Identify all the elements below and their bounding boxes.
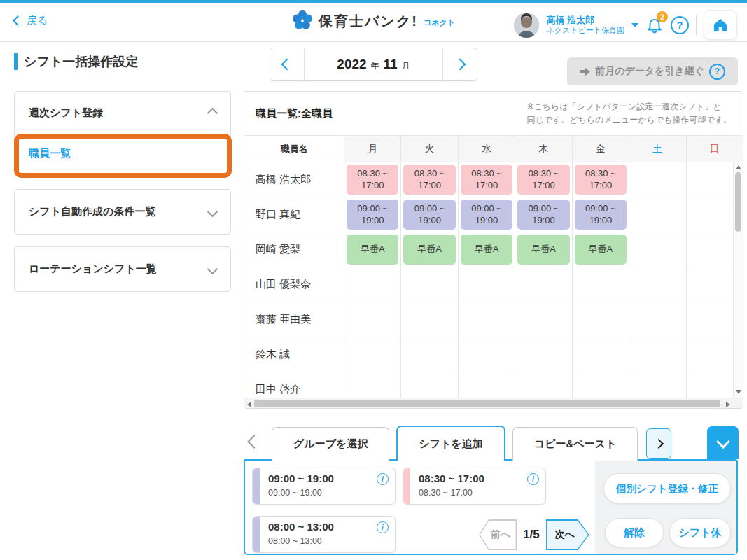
- tab-copy-paste[interactable]: コピー&ペースト: [512, 427, 638, 461]
- shift-chip-line2: 17:00: [532, 180, 555, 192]
- shift-chip[interactable]: 08:30 ~17:00: [575, 164, 627, 195]
- shift-chip[interactable]: 08:30 ~17:00: [461, 164, 512, 195]
- shift-pattern-card[interactable]: 09:00 ~ 19:00 09:00 ~ 19:00 i: [252, 468, 396, 505]
- shift-chip[interactable]: 09:00 ~19:00: [517, 200, 569, 230]
- tab-add-shift[interactable]: シフトを追加: [396, 426, 505, 461]
- help-button[interactable]: ?: [671, 16, 689, 34]
- shift-day-cell[interactable]: 09:00 ~19:00: [344, 197, 400, 232]
- info-icon[interactable]: i: [377, 522, 389, 533]
- sidebar-accordion-auto-shift-conditions[interactable]: シフト自動作成の条件一覧: [15, 190, 230, 234]
- shift-day-cell[interactable]: 08:30 ~17:00: [344, 162, 400, 197]
- previous-month-button[interactable]: [270, 48, 304, 80]
- shift-day-cell[interactable]: [629, 372, 685, 398]
- scroll-right-arrow-icon[interactable]: [726, 402, 730, 407]
- notifications-button[interactable]: 2: [645, 16, 664, 34]
- sidebar-accordion-rotation-shift[interactable]: ローテーションシフト一覧: [15, 247, 230, 291]
- shift-day-cell[interactable]: [344, 337, 400, 372]
- sidebar-accordion-weekly-shift[interactable]: 週次シフト登録: [15, 92, 230, 134]
- shift-rest-button[interactable]: シフト休: [669, 518, 731, 547]
- shift-day-cell[interactable]: 早番A: [400, 232, 457, 267]
- shift-day-cell[interactable]: 08:30 ~17:00: [515, 162, 571, 197]
- shift-chip[interactable]: 08:30 ~17:00: [403, 164, 455, 195]
- shift-day-cell[interactable]: [515, 302, 571, 337]
- shift-day-cell[interactable]: [400, 267, 457, 302]
- tab-select-group[interactable]: グループを選択: [272, 427, 389, 461]
- avatar[interactable]: [514, 13, 539, 38]
- shift-day-cell[interactable]: [515, 267, 571, 302]
- scroll-up-arrow-icon[interactable]: [736, 165, 741, 169]
- shift-day-cell[interactable]: [458, 302, 515, 337]
- scroll-left-arrow-icon[interactable]: [247, 402, 251, 407]
- sidebar-item-staff-list[interactable]: 職員一覧: [15, 134, 230, 172]
- tabs-scroll-right-button[interactable]: [646, 428, 671, 459]
- shift-chip[interactable]: 08:30 ~17:00: [347, 164, 398, 195]
- shift-day-cell[interactable]: 早番A: [344, 232, 400, 267]
- shift-day-cell[interactable]: [458, 337, 515, 372]
- shift-day-cell[interactable]: [572, 302, 629, 337]
- shift-day-cell[interactable]: 09:00 ~19:00: [572, 197, 629, 232]
- shift-day-cell[interactable]: [515, 337, 571, 372]
- previous-page-button[interactable]: 前へ: [479, 519, 517, 550]
- vertical-scrollbar[interactable]: [733, 162, 743, 398]
- release-button[interactable]: 解除: [605, 518, 664, 547]
- shift-day-cell[interactable]: [629, 232, 685, 267]
- carry-over-help-icon[interactable]: ?: [709, 64, 725, 80]
- shift-day-cell[interactable]: [629, 267, 685, 302]
- next-page-button[interactable]: 次へ: [546, 519, 589, 550]
- user-info[interactable]: 高橋 浩太郎 ネクストビート保育園: [546, 15, 624, 36]
- shift-day-cell[interactable]: [572, 267, 629, 302]
- shift-day-cell[interactable]: 09:00 ~19:00: [515, 197, 571, 232]
- shift-day-cell[interactable]: [515, 372, 571, 398]
- next-month-button[interactable]: [443, 48, 477, 80]
- shift-day-cell[interactable]: [344, 372, 400, 398]
- shift-day-cell[interactable]: 08:30 ~17:00: [572, 162, 629, 197]
- shift-chip[interactable]: 早番A: [403, 234, 455, 265]
- shift-pattern-card[interactable]: 08:30 ~ 17:00 08:30 ~ 17:00 i: [403, 468, 546, 505]
- shift-day-cell[interactable]: [400, 302, 457, 337]
- shift-day-cell[interactable]: 早番A: [572, 232, 629, 267]
- shift-day-cell[interactable]: 08:30 ~17:00: [458, 162, 515, 197]
- shift-day-cell[interactable]: [572, 337, 629, 372]
- info-icon[interactable]: i: [377, 473, 389, 485]
- shift-chip[interactable]: 08:30 ~17:00: [517, 164, 569, 195]
- shift-day-cell[interactable]: [629, 197, 685, 232]
- shift-day-cell[interactable]: [400, 337, 457, 372]
- individual-shift-edit-button[interactable]: 個別シフト登録・修正: [603, 473, 731, 504]
- shift-chip[interactable]: 09:00 ~19:00: [575, 200, 627, 230]
- carry-over-previous-month-button[interactable]: 前月のデータを引き継ぐ ?: [567, 57, 738, 85]
- shift-chip[interactable]: 早番A: [347, 234, 398, 265]
- shift-pagination: 前へ 1/5 次へ: [479, 519, 589, 550]
- shift-day-cell[interactable]: [344, 302, 400, 337]
- shift-pattern-card[interactable]: 08:00 ~ 13:00 08:00 ~ 13:00 i: [252, 516, 396, 553]
- shift-chip[interactable]: 早番A: [461, 234, 512, 265]
- horizontal-scrollbar-thumb[interactable]: [254, 400, 720, 407]
- shift-day-cell[interactable]: [572, 372, 629, 398]
- info-icon[interactable]: i: [527, 473, 539, 485]
- shift-chip[interactable]: 09:00 ~19:00: [461, 200, 512, 230]
- tabs-scroll-left-icon[interactable]: [247, 435, 261, 449]
- shift-chip[interactable]: 早番A: [575, 234, 627, 265]
- shift-day-cell[interactable]: [629, 162, 685, 197]
- shift-day-cell[interactable]: [458, 372, 515, 398]
- shift-day-cell[interactable]: [629, 337, 685, 372]
- shift-chip[interactable]: 09:00 ~19:00: [347, 200, 398, 230]
- shift-day-cell[interactable]: 08:30 ~17:00: [400, 162, 457, 197]
- shift-day-cell[interactable]: [629, 302, 685, 337]
- home-button[interactable]: [704, 10, 737, 40]
- shift-day-cell[interactable]: 早番A: [515, 232, 571, 267]
- user-menu-caret-icon[interactable]: [631, 23, 638, 27]
- shift-day-cell[interactable]: 09:00 ~19:00: [458, 197, 515, 232]
- scroll-down-arrow-icon[interactable]: [736, 390, 741, 394]
- shift-chip[interactable]: 早番A: [517, 234, 569, 265]
- horizontal-scrollbar[interactable]: [244, 398, 743, 409]
- collapse-panel-button[interactable]: [707, 426, 739, 459]
- shift-day-cell[interactable]: [400, 372, 457, 398]
- table-row: 山田 優梨奈: [244, 267, 743, 302]
- vertical-scrollbar-thumb[interactable]: [735, 172, 741, 232]
- shift-day-cell[interactable]: [458, 267, 515, 302]
- shift-day-cell[interactable]: [344, 267, 400, 302]
- shift-day-cell[interactable]: 早番A: [458, 232, 515, 267]
- shift-chip[interactable]: 09:00 ~19:00: [403, 200, 455, 230]
- shift-day-cell[interactable]: 09:00 ~19:00: [400, 197, 457, 232]
- back-button[interactable]: 戻る: [14, 14, 48, 27]
